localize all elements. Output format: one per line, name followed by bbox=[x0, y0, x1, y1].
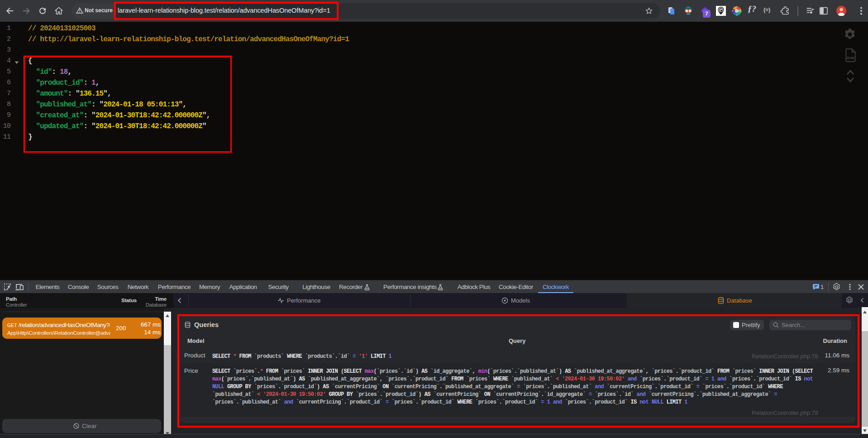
svg-text:RAW: RAW bbox=[847, 56, 854, 61]
svg-text:IP: IP bbox=[720, 8, 723, 11]
